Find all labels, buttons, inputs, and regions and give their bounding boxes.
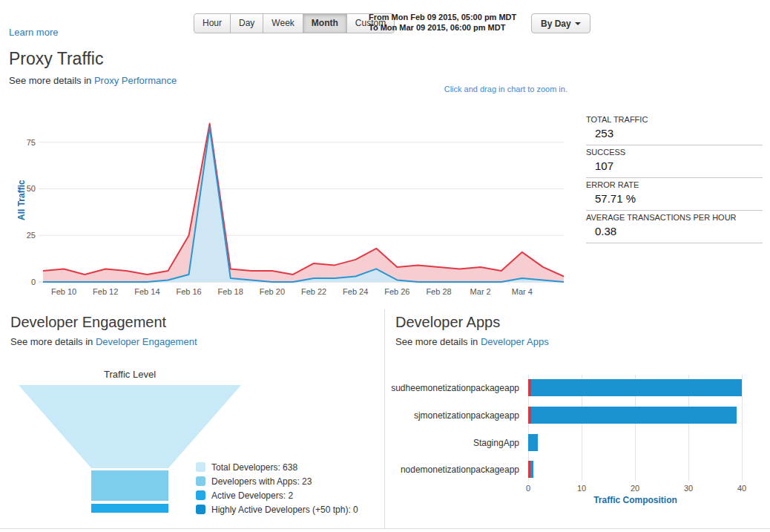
svg-text:Feb 10: Feb 10 — [51, 287, 76, 296]
legend-label: Active Developers: 2 — [211, 490, 293, 501]
developer-apps-section: Developer Apps See more details in Devel… — [385, 309, 770, 528]
app-bar — [528, 407, 737, 424]
stat-row: SUCCESS107 — [586, 145, 763, 178]
subtitle-prefix: See more details in — [9, 75, 91, 86]
developer-apps-link[interactable]: Developer Apps — [481, 336, 549, 347]
legend-swatch — [196, 462, 205, 472]
svg-text:Feb 28: Feb 28 — [426, 287, 451, 296]
app-row: nodemonetizationpackageapp — [385, 461, 533, 478]
stat-value: 57.71 % — [595, 192, 763, 205]
caret-down-icon — [575, 22, 581, 25]
proxy-traffic-title: Proxy Traffic — [9, 49, 103, 69]
proxy-traffic-subtitle: See more details in Proxy Performance — [9, 75, 177, 86]
engagement-legend: Total Developers: 638Developers with App… — [196, 460, 358, 516]
stat-value: 0.38 — [595, 225, 763, 237]
stat-row: ERROR RATE57.71 % — [586, 178, 763, 211]
x-tick-label: 20 — [631, 484, 639, 493]
svg-text:Feb 24: Feb 24 — [343, 287, 368, 296]
bar-segment-success — [528, 434, 538, 451]
svg-text:Feb 18: Feb 18 — [218, 287, 243, 296]
range-button-hour[interactable]: Hour — [194, 13, 231, 33]
range-button-day[interactable]: Day — [230, 13, 263, 33]
bar-segment-success — [531, 379, 742, 396]
svg-text:Mar 4: Mar 4 — [512, 287, 533, 296]
legend-label: Highly Active Developers (+50 tph): 0 — [211, 505, 358, 515]
app-bar — [528, 434, 538, 451]
legend-item: Active Developers: 2 — [196, 488, 358, 502]
app-label: sudheemonetizationpackageapp — [385, 383, 524, 393]
date-from: From Mon Feb 09 2015, 05:00 pm MDT — [369, 12, 516, 22]
stat-value: 253 — [595, 127, 763, 139]
proxy-traffic-chart[interactable]: 0255075Feb 10Feb 12Feb 14Feb 16Feb 18Feb… — [9, 111, 570, 306]
developer-engagement-link[interactable]: Developer Engagement — [96, 336, 197, 347]
zoom-hint: Click and drag in chart to zoom in. — [444, 85, 567, 93]
developer-engagement-section: Developer Engagement See more details in… — [0, 309, 384, 528]
developer-apps-subtitle: See more details in Developer Apps — [395, 336, 549, 347]
app-bar — [528, 461, 533, 478]
svg-text:75: 75 — [27, 138, 36, 147]
stat-label: ERROR RATE — [586, 180, 763, 189]
stat-value: 107 — [595, 160, 763, 172]
date-to: To Mon Mar 09 2015, 06:00 pm MDT — [369, 22, 516, 33]
svg-text:Feb 20: Feb 20 — [260, 287, 285, 296]
learn-more-link[interactable]: Learn more — [9, 27, 58, 38]
svg-text:Feb 14: Feb 14 — [134, 287, 159, 296]
app-label: sjmonetizationpackageapp — [385, 410, 524, 421]
stat-label: SUCCESS — [586, 148, 763, 157]
subtitle-prefix: See more details in — [395, 336, 478, 347]
svg-text:Feb 22: Feb 22 — [301, 287, 326, 296]
svg-text:Feb 26: Feb 26 — [384, 287, 409, 296]
legend-swatch — [196, 490, 205, 500]
vertical-divider — [384, 309, 385, 528]
toolbar: Learn more HourDayWeekMonthCustom From M… — [0, 0, 770, 43]
app-bar — [528, 379, 742, 396]
app-label: StagingApp — [385, 438, 524, 448]
app-label: nodemonetizationpackageapp — [385, 464, 524, 475]
bar-segment-success — [531, 407, 737, 424]
proxy-traffic-section: Proxy Traffic See more details in Proxy … — [0, 42, 770, 310]
svg-text:Feb 12: Feb 12 — [93, 287, 118, 296]
stat-label: TOTAL TRAFFIC — [586, 115, 763, 124]
apps-chart-x-ticks: 010203040 — [385, 484, 770, 494]
gridline — [742, 375, 743, 481]
svg-text:50: 50 — [27, 184, 36, 193]
x-tick-label: 0 — [526, 484, 530, 493]
developer-engagement-title: Developer Engagement — [10, 314, 166, 331]
legend-label: Developers with Apps: 23 — [211, 476, 312, 487]
date-range: From Mon Feb 09 2015, 05:00 pm MDT To Mo… — [369, 12, 516, 33]
by-day-dropdown[interactable]: By Day — [531, 13, 590, 33]
stat-row: TOTAL TRAFFIC253 — [586, 113, 763, 145]
x-tick-label: 30 — [684, 484, 693, 493]
legend-item: Total Developers: 638 — [196, 460, 358, 474]
x-tick-label: 10 — [577, 484, 586, 493]
app-row: sudheemonetizationpackageapp — [385, 379, 742, 396]
bar-segment-success — [530, 461, 533, 478]
svg-text:25: 25 — [27, 231, 36, 240]
legend-swatch — [196, 505, 205, 514]
bottom-divider — [0, 528, 770, 529]
stat-label: AVERAGE TRANSACTIONS PER HOUR — [586, 213, 763, 222]
funnel-title: Traffic Level — [19, 369, 241, 380]
svg-text:Mar 2: Mar 2 — [470, 287, 491, 296]
range-button-week[interactable]: Week — [263, 13, 303, 33]
legend-item: Highly Active Developers (+50 tph): 0 — [196, 502, 358, 516]
subtitle-prefix: See more details in — [10, 336, 93, 347]
legend-swatch — [196, 476, 205, 486]
legend-item: Developers with Apps: 23 — [196, 474, 358, 488]
by-day-label: By Day — [541, 19, 571, 29]
developer-apps-title: Developer Apps — [395, 314, 500, 331]
traffic-stats: TOTAL TRAFFIC253SUCCESS107ERROR RATE57.7… — [586, 113, 763, 243]
stat-row: AVERAGE TRANSACTIONS PER HOUR0.38 — [586, 211, 763, 243]
developer-engagement-subtitle: See more details in Developer Engagement — [10, 336, 197, 347]
svg-text:0: 0 — [31, 278, 36, 286]
proxy-performance-link[interactable]: Proxy Performance — [94, 75, 177, 86]
legend-label: Total Developers: 638 — [211, 462, 297, 473]
app-row: StagingApp — [385, 434, 538, 451]
range-button-month[interactable]: Month — [303, 13, 347, 33]
svg-text:Feb 16: Feb 16 — [176, 287, 201, 296]
x-axis-label: Traffic Composition — [528, 495, 743, 505]
x-tick-label: 40 — [737, 484, 746, 493]
app-row: sjmonetizationpackageapp — [385, 407, 737, 424]
range-button-group: HourDayWeekMonthCustom — [194, 13, 395, 33]
